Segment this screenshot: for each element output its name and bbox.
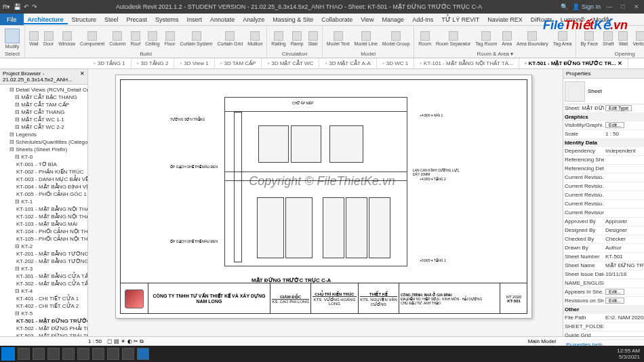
tree-node[interactable]: ⊟ Sheets (Sheet Prefix) [1,146,86,153]
tree-node[interactable]: KT-502 - MẶT ĐỨNG PHẢI TRỤC 1 [1,325,86,332]
edit-button[interactable]: Edit... [605,289,624,295]
prop-row[interactable]: Referencing Det... [563,165,644,174]
vertical-button[interactable]: Vertical [631,31,644,47]
tree-node[interactable]: KT-402 - CHI TIẾT CỬA 2 [1,302,86,310]
prop-row[interactable]: File PathE:\2. NAM 2020... [563,314,644,323]
prop-row[interactable]: Visibility/Graphi...Edit... [563,121,644,130]
ribbon-tab-tlrevit[interactable]: TỬ LÝ REVIT [437,16,483,23]
tree-node[interactable]: KT-201 - MẶT BẰNG TƯỜNG XÂY [1,250,86,258]
prop-row[interactable]: Current Revisio... [563,182,644,191]
tree-node[interactable]: KT-202 - MẶT BẰNG TƯỜNG XÂY [1,258,86,265]
prop-row[interactable]: Checked ByChecker [563,235,644,244]
tree-node[interactable]: ⊟ MẶT CẮT BẬC THANG [1,94,86,101]
view-tab[interactable]: ▫3D WC 1 [377,58,414,68]
element-selector[interactable]: Sheet: MẶT ĐỨNG TF ▾ [563,104,604,113]
edit-button[interactable]: Edit... [605,298,624,304]
tree-node[interactable]: ⊟ KT-4 [1,287,86,295]
view-tab[interactable]: ▫3D View 1 [174,58,214,68]
tree-node[interactable]: ⊟ KT-2 [1,243,86,250]
prop-row[interactable]: Sheet Issue Date10/11/18 [563,270,644,279]
ribbon-tab-steel[interactable]: Steel [100,16,123,23]
tree-node[interactable]: ⊟ MẶT CẮT THANG [1,108,86,116]
roof-button[interactable]: Roof [129,31,142,47]
ribbon-tab-naviaterex[interactable]: Naviate REX [483,16,527,23]
prop-row[interactable]: Approved ByApprover [563,218,644,226]
maximize-icon[interactable]: □ [618,3,628,10]
redo-icon[interactable]: ↷ [32,3,37,10]
prop-row[interactable]: Appears In She...Edit... [563,288,644,297]
excel-icon[interactable] [107,348,119,360]
view-tab[interactable]: ▫3D TẦNG 2 [132,58,175,68]
prop-row[interactable]: Referencing Sheet [563,156,644,165]
tree-node[interactable]: KT-301 - MẶT BẰNG CỬA TẦNG [1,273,86,280]
area-boundary-button[interactable]: Area Boundary [515,31,550,47]
wall-open-button[interactable]: Wall [617,31,629,47]
ribbon-tab-modify[interactable]: Modify [589,16,616,23]
tree-node[interactable]: ⊟ Legends [1,131,86,138]
model-line-button[interactable]: Model Line [353,31,379,47]
tree-node[interactable]: KT-103 - MẶT BẰNG MÁI [1,220,86,228]
revit-taskbar-icon[interactable] [137,348,149,360]
drawing-canvas[interactable]: CHỮ ÁP MÉP TƯỜNG SƠN TRẮNG ỐP GẠCH GHẾ T… [88,69,563,336]
ribbon-tab-view[interactable]: View [357,16,378,23]
ribbon-tab-structure[interactable]: Structure [68,16,101,23]
prop-row[interactable]: DependencyIndependent [563,147,644,156]
tree-node[interactable]: KT-104 - PHỐI CẢNH NỘI THẤT T. [1,228,86,235]
window-button[interactable]: Window [57,31,77,47]
mullion-button[interactable]: Mullion [246,31,264,47]
project-tree[interactable]: ⊟ Detail Views (RCVN_Detail Cùng Bản V⊟ … [0,85,87,336]
word-icon[interactable] [92,348,104,360]
room-sep-button[interactable]: Room Separator [435,31,472,47]
ribbon-tab-diroots[interactable]: DiRoots [527,16,557,23]
prop-row[interactable]: Current Revisio... [563,191,644,200]
task-view-icon[interactable] [33,348,45,360]
ribbon-tab-analyze[interactable]: Analyze [239,16,268,23]
tree-node[interactable]: ⊟ MẶT CẮT TAM CẤP [1,101,86,108]
search-taskbar-icon[interactable] [18,348,30,360]
shaft-button[interactable]: Shaft [601,31,615,47]
prop-row[interactable]: SHEET_FOLDER [563,323,644,331]
by-face-button[interactable]: By Face [579,31,599,47]
ramp-button[interactable]: Ramp [289,31,305,47]
tree-node[interactable]: KT-501 - MẶT ĐỨNG TRƯỚC TR [1,317,86,325]
ribbon-tab-insert[interactable]: Insert [183,16,207,23]
tree-node[interactable]: KT-005 - PHỐI CẢNH GÓC 1 [1,190,86,198]
curtain-system-button[interactable]: Curtain System [179,31,214,47]
ribbon-tab-massingsite[interactable]: Massing & Site [268,16,317,23]
prop-row[interactable]: Current Revision [563,209,644,218]
ribbon-tab-lumion[interactable]: Lumion® [557,16,589,23]
room-button[interactable]: Room [417,31,432,47]
tree-node[interactable]: KT-001 - TỜ BÌA [1,161,86,168]
ribbon-tab-addins[interactable]: Add-Ins [408,16,437,23]
view-tab[interactable]: ▫3D MẶT CẮT A-A [319,58,377,68]
close-panel-icon[interactable]: ✕ [80,71,85,83]
signin-button[interactable]: 👤 Sign In [572,3,601,10]
ribbon-tab-collaborate[interactable]: Collaborate [317,16,357,23]
prop-row[interactable]: Guide Grid [563,331,644,340]
tree-node[interactable]: ⊟ Detail Views (RCVN_Detail Cùng Bản V [1,86,86,94]
area-button[interactable]: Area [500,31,513,47]
close-icon[interactable]: ✕ [632,3,641,10]
railing-button[interactable]: Railing [270,31,287,47]
floor-button[interactable]: Floor [163,31,177,47]
file-tab[interactable]: File [0,14,24,25]
tree-node[interactable]: ⊟ MẶT CẮT WC 2-2 [1,123,86,131]
file-explorer-icon[interactable] [47,348,60,360]
tree-node[interactable]: KT-004 - MẶT BẰNG ĐỊNH VỊ CÔN [1,183,86,190]
tree-node[interactable]: ⊟ MẶT CẮT WC 1-1 [1,116,86,123]
prop-row[interactable]: Scale1 : 50 [563,130,644,139]
view-tab[interactable]: ▫KT-501 - MẶT ĐỨNG TRƯỚC TR... ✕ [519,58,628,68]
save-icon[interactable]: 💾 [14,3,21,10]
tree-node[interactable]: ⊟ Schedules/Quantities (Category_RCVN [1,138,86,146]
tree-node[interactable]: ⊟ KT-5 [1,310,86,317]
ribbon-tab-architecture[interactable]: Architecture [24,16,68,24]
view-tab[interactable]: ▫KT-101 - MẶT BẰNG NỘI THẤT TÁ... [414,58,519,68]
system-tray[interactable]: 12:55 AM 5/3/2021 [617,348,643,360]
tree-node[interactable]: KT-105 - PHỐI CẢNH NỘI THẤT T. [1,235,86,243]
model-text-button[interactable]: Model Text [325,31,351,47]
tree-node[interactable]: KT-503 - MẶT ĐỨNG TRÁI TRỤC 5 [1,332,86,336]
tree-node[interactable]: KT-401 - CHI TIẾT CỬA 1 [1,295,86,302]
edit-button[interactable]: Edit... [605,122,624,128]
undo-icon[interactable]: ↶ [24,3,29,10]
wall-button[interactable]: Wall [28,31,40,47]
